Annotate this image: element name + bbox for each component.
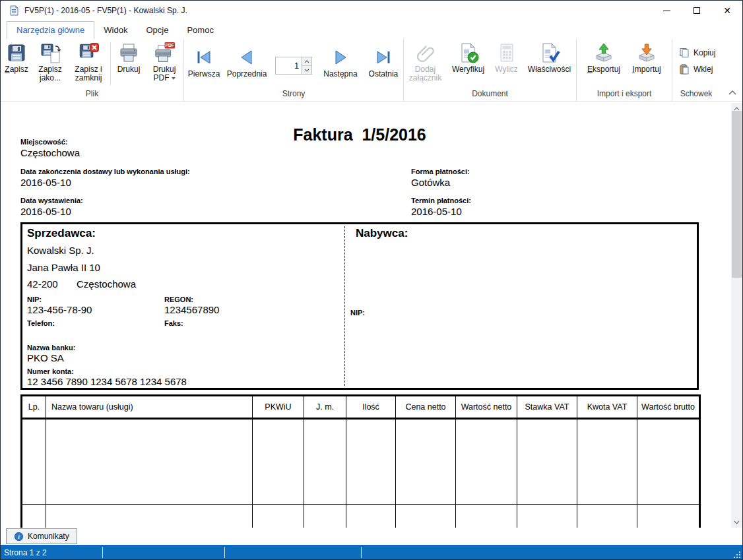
spin-down-button[interactable] <box>302 65 311 74</box>
col-header-lp: Lp. <box>22 396 46 419</box>
status-page-indicator: Strona 1 z 2 <box>4 548 47 557</box>
messages-panel-row: i Komunikaty <box>1 528 742 545</box>
seller-bank-value: PKO SA <box>27 352 64 363</box>
item-cell <box>517 419 577 505</box>
print-pdf-button[interactable]: PDF Drukuj PDF <box>145 41 183 82</box>
page-number-input[interactable] <box>275 57 302 75</box>
titlebar: FV5P(1) - 2016-05 - FV5P(1) - Kowalski S… <box>1 1 742 20</box>
ribbon: Zapisz Zapisz jako... <box>1 39 742 102</box>
seller-fax-label: Faks: <box>164 319 183 327</box>
resize-grip[interactable] <box>734 551 740 558</box>
print-button[interactable]: Drukuj <box>112 41 145 74</box>
collapse-ribbon-button[interactable] <box>728 89 737 97</box>
issue-date-label: Data wystawienia: <box>20 197 83 204</box>
item-cell <box>346 419 396 505</box>
ribbon-group-file: Zapisz Zapisz jako... <box>1 39 183 101</box>
import-button[interactable]: Importuj <box>626 41 667 74</box>
paste-button[interactable]: Wklej <box>679 64 713 75</box>
close-button[interactable]: ✕ <box>712 1 742 20</box>
seller-nip-value: 123-456-78-90 <box>27 304 92 315</box>
delivery-date-value: 2016-05-10 <box>20 177 71 188</box>
tab-view[interactable]: Widok <box>94 22 137 39</box>
statusbar-divider <box>102 547 103 558</box>
first-page-label: Pierwsza <box>188 70 220 78</box>
previous-page-button[interactable]: Poprzednia <box>224 41 270 78</box>
invoice-title: Faktura 1/5/2016 <box>20 125 699 144</box>
col-header-vat-rate: Stawka VAT <box>517 396 577 419</box>
import-icon <box>636 42 657 63</box>
vertical-scrollbar[interactable] <box>731 103 742 528</box>
add-attachment-label: Dodaj załącznik <box>404 65 447 82</box>
group-label-import-export: Import i eksport <box>577 89 672 101</box>
next-page-button[interactable]: Następna <box>317 41 364 78</box>
col-header-unit: J. m. <box>304 396 346 419</box>
previous-page-icon <box>236 47 257 68</box>
seller-account-label: Numer konta: <box>27 367 74 375</box>
due-date-label: Termin płatności: <box>411 197 471 204</box>
scroll-down-icon <box>734 520 740 524</box>
tab-home[interactable]: Narzędzia główne <box>7 21 94 39</box>
seller-postal-code: 42-200 <box>27 278 58 290</box>
import-label: Importuj <box>632 65 661 74</box>
tab-help[interactable]: Pomoc <box>178 22 222 39</box>
spin-up-button[interactable] <box>302 57 311 65</box>
city-label: Miejscowość: <box>20 138 68 146</box>
buyer-heading: Nabywca: <box>356 227 408 240</box>
seller-phone-label: Telefon: <box>27 319 55 327</box>
last-page-label: Ostatnia <box>369 70 399 78</box>
col-header-net-value: Wartość netto <box>456 396 517 419</box>
last-page-button[interactable]: Ostatnia <box>364 41 403 78</box>
maximize-button[interactable] <box>682 1 712 20</box>
item-cell <box>304 505 346 528</box>
add-attachment-button: Dodaj załącznik <box>404 41 447 82</box>
verify-button[interactable]: Weryfikuj <box>447 41 490 74</box>
paperclip-icon <box>415 42 436 63</box>
window-controls: ✕ <box>651 1 742 20</box>
item-cell <box>577 505 637 528</box>
first-page-icon <box>193 47 214 68</box>
scroll-down-button[interactable] <box>731 516 742 528</box>
scrollbar-thumb[interactable] <box>732 111 742 278</box>
spin-up-icon <box>304 60 309 63</box>
item-cell <box>577 419 637 505</box>
export-button[interactable]: Eksportuj <box>581 41 626 74</box>
first-page-button[interactable]: Pierwsza <box>184 41 224 78</box>
next-page-label: Następna <box>323 70 357 78</box>
copy-label: Kopiuj <box>694 48 715 57</box>
issue-date-value: 2016-05-10 <box>20 206 71 217</box>
group-label-file: Plik <box>1 89 183 101</box>
properties-button[interactable]: Właściwości <box>523 41 576 74</box>
ribbon-group-clipboard: Kopiuj Wklej Schowek <box>672 39 720 101</box>
seller-nip-label: NIP: <box>27 296 42 303</box>
item-cell <box>637 419 700 505</box>
previous-page-label: Poprzednia <box>227 70 267 78</box>
items-header-row: Lp. Nazwa towaru (usługi) PKWiU J. m. Il… <box>22 396 700 419</box>
ribbon-group-pages: Pierwsza Poprzednia <box>183 39 403 101</box>
messages-tab[interactable]: i Komunikaty <box>6 528 77 544</box>
save-button[interactable]: Zapisz <box>1 41 32 74</box>
maximize-icon <box>694 7 700 14</box>
statusbar-divider <box>224 547 225 558</box>
close-icon: ✕ <box>723 6 731 15</box>
verify-label: Weryfikuj <box>452 65 484 74</box>
spin-down-icon <box>304 69 309 72</box>
save-and-close-button[interactable]: Zapisz i zamknij <box>68 41 109 82</box>
save-as-button[interactable]: Zapisz jako... <box>32 41 68 82</box>
city-value: Częstochowa <box>20 147 80 158</box>
item-cell <box>396 505 456 528</box>
verify-icon <box>458 42 479 63</box>
col-header-quantity: Ilość <box>346 396 396 419</box>
seller-regon-label: REGON: <box>164 296 193 303</box>
tab-options[interactable]: Opcje <box>137 22 178 39</box>
invoice-items-table: Lp. Nazwa towaru (usługi) PKWiU J. m. Il… <box>20 394 701 528</box>
minimize-button[interactable] <box>651 1 682 20</box>
item-cell <box>304 419 346 505</box>
app-window: FV5P(1) - 2016-05 - FV5P(1) - Kowalski S… <box>0 0 743 560</box>
seller-regon-value: 1234567890 <box>164 304 219 315</box>
svg-text:PDF: PDF <box>165 43 174 47</box>
copy-button[interactable]: Kopiuj <box>679 47 715 58</box>
dropdown-arrow-icon <box>172 77 176 80</box>
delivery-date-label: Data zakończenia dostawy lub wykonania u… <box>20 168 190 175</box>
item-cell <box>46 505 253 528</box>
seller-account-value: 12 3456 7890 1234 5678 1234 5678 <box>27 376 187 387</box>
